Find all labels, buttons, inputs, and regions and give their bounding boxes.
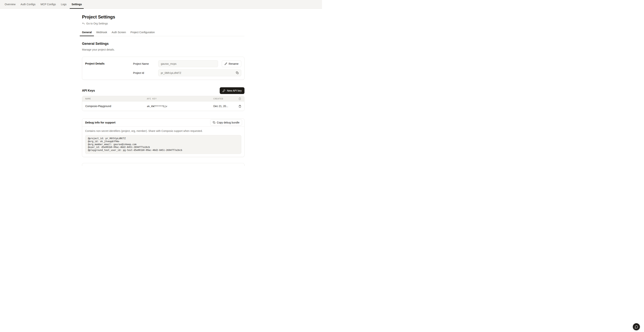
new-api-key-label: New API key [227,89,242,92]
trash-icon [238,105,241,108]
tab-general[interactable]: General [80,29,94,36]
project-details-title: Project Details [85,60,133,76]
nav-item-mcp-configs[interactable]: MCP Configs [39,0,58,9]
api-keys-table-header: NAME API KEY CREATED [82,96,244,102]
debug-bundle-code-block: @project_id: pr_06th1pLdNtTZ@org_id: ok_… [85,135,241,154]
nav-item-overview[interactable]: Overview [3,0,17,9]
delete-api-key-button[interactable] [238,105,241,108]
rename-label: Rename [229,62,238,65]
project-id-field: pr_06th1pLdNtTZ [158,69,241,76]
copy-debug-bundle-button[interactable]: Copy debug bundle [210,119,242,126]
bundle-line: @project_id: pr_06th1pLdNtTZ [88,137,238,140]
api-key-value-cell: ak_KW7*****Sjv [147,105,213,108]
settings-tabs: General Webhook Auth Screen Project Conf… [82,29,244,36]
tab-project-configuration[interactable]: Project Configuration [128,29,157,36]
copy-project-id-button[interactable] [236,72,239,74]
copy-debug-bundle-label: Copy debug bundle [217,121,240,124]
general-settings-heading: General Settings [82,42,244,46]
top-nav: Overview Auth Configs MCP Configs Logs S… [0,0,322,9]
debug-info-header: Debug info for support Copy debug bundle [82,119,244,126]
copy-icon [213,121,216,124]
partial-next-card [82,163,244,166]
page-title: Project Settings [82,14,244,20]
api-key-created-cell: Dec 21, 20... [213,105,235,108]
nav-item-logs[interactable]: Logs [59,0,68,9]
general-settings-subheading: Manage your project details. [82,48,244,51]
key-icon [222,89,225,92]
copy-icon [236,72,239,74]
project-id-label: Project Id [133,72,158,74]
nav-item-auth-configs[interactable]: Auth Configs [19,0,37,9]
api-key-row: Composio-Playground ak_KW7*****Sjv Dec 2… [82,102,244,111]
project-details-card: Project Details Project Name gaurav_mcps… [82,57,244,80]
debug-info-description: Contains non-secret identifiers (project… [85,129,241,132]
project-id-value: pr_06th1pLdNtTZ [161,72,181,74]
corner-up-left-icon [82,22,85,25]
nav-item-settings[interactable]: Settings [70,0,84,9]
api-keys-table: NAME API KEY CREATED Composio-Playground… [82,96,244,111]
debug-info-card: Debug info for support Copy debug bundle… [82,118,244,157]
api-key-name-cell: Composio-Playground [82,105,147,108]
project-name-row: Project Name gaurav_mcps Rename [133,60,241,67]
project-name-input[interactable]: gaurav_mcps [158,60,218,67]
trash-icon [238,97,241,100]
column-header-delete [235,97,244,100]
bundle-line: @org_id: ok_jVveqqkYFWa- [88,140,238,143]
column-header-api-key: API KEY [147,98,213,100]
bundle-line: @playground_test_user_id: pg-test-d5e001… [88,149,238,152]
pencil-icon [224,63,227,65]
project-id-row: Project Id pr_06th1pLdNtTZ [133,69,241,76]
settings-page: Project Settings Go to Org Settings Gene… [82,14,244,166]
bundle-line: @user_id: d5e001b0-09ac-46d2-8451-2694ff… [88,146,238,149]
api-keys-header: API Keys New API key [82,87,244,94]
new-api-key-button[interactable]: New API key [220,87,244,94]
project-name-value: gaurav_mcps [161,62,176,65]
go-to-org-settings-label: Go to Org Settings [86,22,108,25]
rename-button[interactable]: Rename [222,61,241,67]
column-header-name: NAME [82,98,147,100]
bundle-line: @org_member_email: gaurav@inkeep.com [88,143,238,146]
go-to-org-settings-link[interactable]: Go to Org Settings [82,22,108,25]
tab-webhook[interactable]: Webhook [94,29,110,36]
debug-info-title: Debug info for support [85,121,115,124]
tab-auth-screen[interactable]: Auth Screen [110,29,128,36]
column-header-created: CREATED [213,98,235,100]
api-keys-heading: API Keys [82,89,95,92]
project-name-label: Project Name [133,62,158,65]
